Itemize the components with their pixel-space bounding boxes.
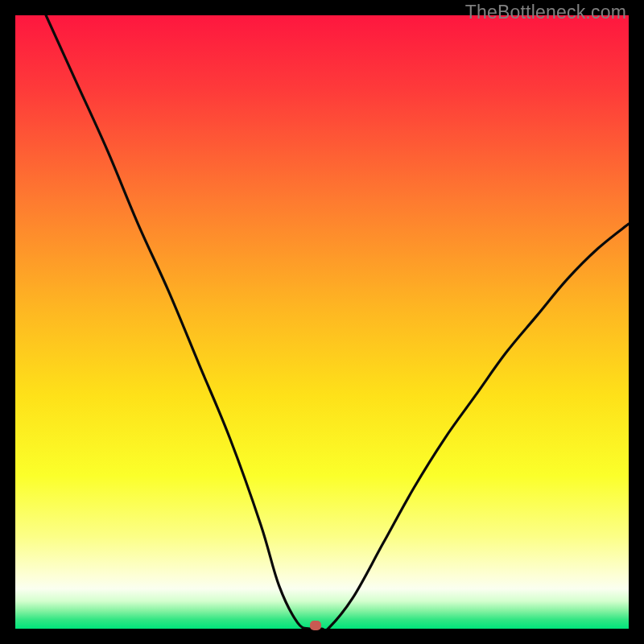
bottleneck-curve (15, 15, 629, 629)
plot-frame (15, 15, 629, 629)
optimal-point-marker (310, 621, 321, 630)
watermark-text: TheBottleneck.com (465, 2, 626, 23)
